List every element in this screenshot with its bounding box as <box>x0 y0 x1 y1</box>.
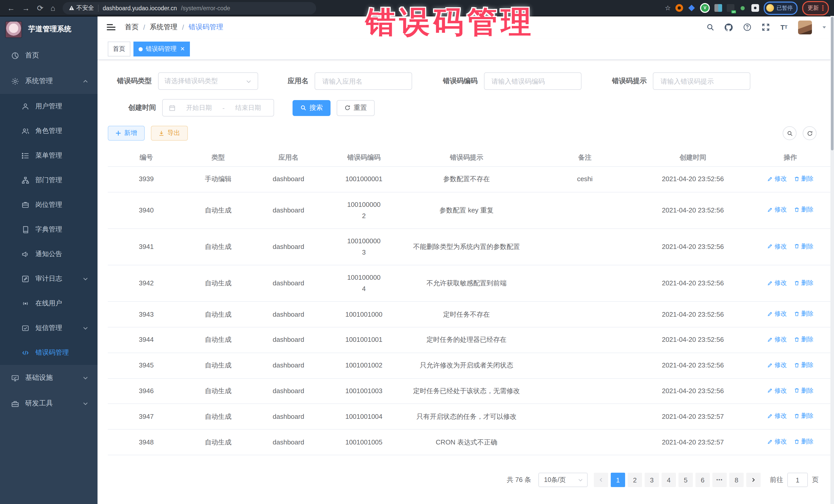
page-scrollbar[interactable] <box>830 16 834 504</box>
delete-link[interactable]: 删除 <box>794 411 813 421</box>
goto-page-input[interactable] <box>787 473 808 487</box>
delete-link[interactable]: 删除 <box>794 174 813 184</box>
ext-orange-icon[interactable] <box>675 4 683 12</box>
delete-link[interactable]: 删除 <box>794 360 813 370</box>
security-warning[interactable]: 不安全 <box>68 4 94 12</box>
page-button-5[interactable]: 5 <box>679 473 693 487</box>
sidebar-item-devtools[interactable]: 研发工具 <box>0 391 97 416</box>
error-hint-input[interactable] <box>659 77 744 85</box>
table-row[interactable]: 3940 自动生成 dashboard 100100000 2 参数配置 key… <box>108 192 834 229</box>
app-name-input[interactable] <box>321 77 405 85</box>
table-row[interactable]: 3941 自动生成 dashboard 100100000 3 不能删除类型为系… <box>108 229 834 265</box>
scrollbar-thumb[interactable] <box>831 17 833 150</box>
sidebar-item-system[interactable]: 系统管理 <box>0 68 97 94</box>
ext-green-v-icon[interactable]: V <box>700 3 710 13</box>
error-code-input[interactable] <box>490 77 575 85</box>
app-logo-row[interactable]: 芋道管理系统 <box>0 16 97 43</box>
sidebar-item-users[interactable]: 用户管理 <box>0 94 97 118</box>
delete-link[interactable]: 删除 <box>794 204 813 215</box>
page-button-3[interactable]: 3 <box>644 473 659 487</box>
edit-link[interactable]: 修改 <box>767 204 787 215</box>
table-row[interactable]: 3943 自动生成 dashboard 1001001000 定时任务不存在 2… <box>108 302 834 327</box>
ext-grid-icon[interactable] <box>715 4 722 12</box>
edit-link[interactable]: 修改 <box>767 174 787 184</box>
page-button-6[interactable]: 6 <box>696 473 710 487</box>
close-icon[interactable]: ✕ <box>180 46 185 52</box>
delete-link[interactable]: 删除 <box>794 241 813 251</box>
sidebar-item-sms[interactable]: 短信管理 <box>0 316 97 340</box>
page-button-4[interactable]: 4 <box>662 473 676 487</box>
table-row[interactable]: 3939 手动编辑 dashboard 1001000001 参数配置不存在 c… <box>108 167 834 192</box>
table-row[interactable]: 3947 自动生成 dashboard 1001001004 只有开启状态的任务… <box>108 404 834 430</box>
delete-link[interactable]: 删除 <box>794 334 813 345</box>
sidebar-item-home[interactable]: 首页 <box>0 43 97 68</box>
breadcrumb-home[interactable]: 首页 <box>125 23 138 32</box>
sidebar-item-menus[interactable]: 菜单管理 <box>0 143 97 168</box>
search-button[interactable]: 搜索 <box>292 100 331 116</box>
back-icon[interactable]: ← <box>7 4 15 12</box>
edit-link[interactable]: 修改 <box>767 309 787 319</box>
edit-link[interactable]: 修改 <box>767 385 787 396</box>
search-icon[interactable] <box>706 23 715 31</box>
table-row[interactable]: 3942 自动生成 dashboard 100100000 4 不允许获取敏感配… <box>108 265 834 302</box>
edit-link[interactable]: 修改 <box>767 437 787 447</box>
delete-link[interactable]: 删除 <box>794 278 813 288</box>
breadcrumb-system[interactable]: 系统管理 <box>150 23 178 32</box>
refresh-table-button[interactable] <box>803 126 816 140</box>
address-bar[interactable]: 不安全 dashboard.yudao.iocoder.cn/system/er… <box>62 2 316 14</box>
sidebar-item-online-users[interactable]: 在线用户 <box>0 291 97 316</box>
github-icon[interactable] <box>724 23 733 31</box>
font-size-icon[interactable]: TT <box>780 23 788 31</box>
ext-gem-icon[interactable] <box>688 4 696 12</box>
edit-link[interactable]: 修改 <box>767 334 787 345</box>
sidebar-item-depts[interactable]: 部门管理 <box>0 168 97 193</box>
sidebar-item-dict[interactable]: 字典管理 <box>0 217 97 242</box>
table-row[interactable]: 3946 自动生成 dashboard 1001001003 定时任务已经处于该… <box>108 378 834 404</box>
export-button[interactable]: 导出 <box>151 126 188 140</box>
page-button-2[interactable]: 2 <box>628 473 642 487</box>
ext-key-icon[interactable] <box>739 4 747 12</box>
edit-link[interactable]: 修改 <box>767 278 787 288</box>
edit-link[interactable]: 修改 <box>767 411 787 421</box>
sidebar-item-notice[interactable]: 通知公告 <box>0 242 97 266</box>
sidebar-item-posts[interactable]: 岗位管理 <box>0 193 97 217</box>
tab-home[interactable]: 首页 <box>108 42 130 57</box>
bookmark-star-icon[interactable]: ☆ <box>665 4 671 12</box>
chrome-menu-icon[interactable]: ••• <box>822 5 824 11</box>
home-icon[interactable]: ⌂ <box>50 4 55 12</box>
extensions-puzzle-icon[interactable] <box>751 4 759 12</box>
delete-link[interactable]: 删除 <box>794 309 813 319</box>
reload-icon[interactable]: ⟳ <box>37 3 43 13</box>
table-row[interactable]: 3948 自动生成 dashboard 1001001005 CRON 表达式不… <box>108 430 834 455</box>
browser-update-button[interactable]: 更新 ••• <box>803 1 829 15</box>
reset-button[interactable]: 重置 <box>337 100 375 116</box>
sidebar-item-audit-log[interactable]: 审计日志 <box>0 266 97 291</box>
tab-error-code[interactable]: 错误码管理 ✕ <box>133 42 190 57</box>
next-page-button[interactable] <box>746 473 761 487</box>
page-size-select[interactable]: 10条/页 <box>539 473 588 487</box>
hamburger-icon[interactable] <box>107 23 115 32</box>
sidebar-item-roles[interactable]: 角色管理 <box>0 118 97 143</box>
browser-profile-chip[interactable]: 已暂停 <box>764 1 798 15</box>
table-row[interactable]: 3945 自动生成 dashboard 1001001002 只允许修改为开启或… <box>108 353 834 378</box>
page-button-1[interactable]: 1 <box>611 473 625 487</box>
forward-icon[interactable]: → <box>22 4 30 12</box>
ext-on-badge-icon[interactable]: on <box>727 4 734 12</box>
date-range-picker[interactable]: 开始日期 - 结束日期 <box>162 99 274 116</box>
user-avatar[interactable] <box>798 20 812 34</box>
fullscreen-icon[interactable] <box>761 23 770 31</box>
avatar-caret-icon[interactable] <box>822 25 827 30</box>
add-button[interactable]: 新增 <box>108 126 145 140</box>
table-row[interactable]: 3944 自动生成 dashboard 1001001001 定时任务的处理器已… <box>108 327 834 353</box>
delete-link[interactable]: 删除 <box>794 437 813 447</box>
page-button-8[interactable]: 8 <box>729 473 744 487</box>
prev-page-button[interactable] <box>594 473 608 487</box>
error-type-select[interactable]: 请选择错误码类型 <box>158 72 258 90</box>
hide-search-button[interactable] <box>783 126 796 140</box>
help-icon[interactable] <box>743 23 751 31</box>
sidebar-item-infra[interactable]: 基础设施 <box>0 365 97 391</box>
sidebar-item-error-code[interactable]: 错误码管理 <box>0 340 97 365</box>
edit-link[interactable]: 修改 <box>767 360 787 370</box>
edit-link[interactable]: 修改 <box>767 241 787 251</box>
delete-link[interactable]: 删除 <box>794 385 813 396</box>
